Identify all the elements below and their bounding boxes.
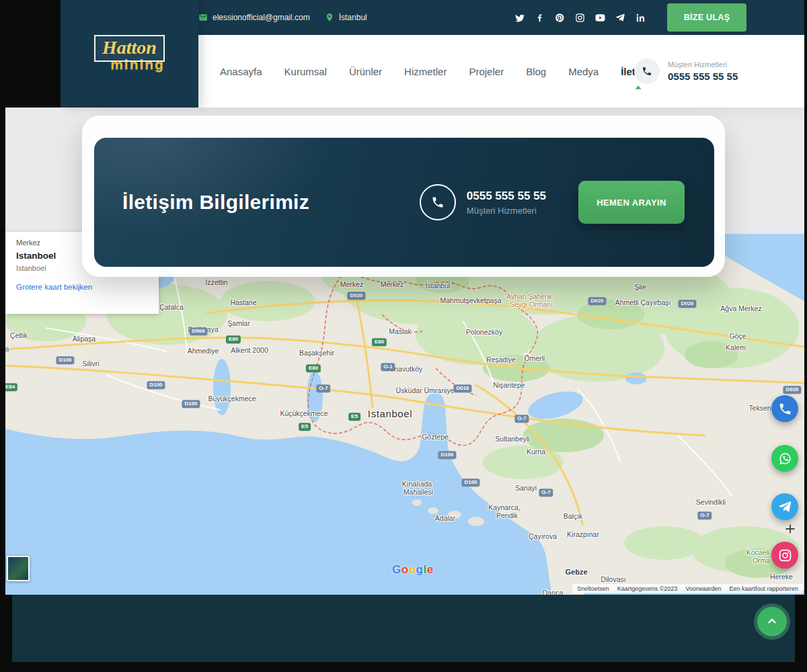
- phone-icon: [420, 184, 456, 220]
- road-badge: E80: [226, 335, 241, 343]
- view-larger-map-link[interactable]: Grotere kaart bekijken: [16, 283, 92, 291]
- linkedin-icon[interactable]: [636, 13, 646, 23]
- location-text: İstanbul: [339, 13, 367, 22]
- road-badge: O-7: [514, 415, 529, 423]
- map-attribution: SneltoetsenKaartgegevens ©2023Voorwaarde…: [572, 584, 803, 593]
- logo-mark: Hatton mining: [94, 35, 165, 73]
- customer-service-phone[interactable]: Müşteri Hizmetleri 0555 555 55 55: [634, 35, 738, 108]
- main-nav: AnasayfaKurumsalÜrünlerHizmetlerProjeler…: [198, 35, 804, 108]
- logo[interactable]: Hatton mining: [61, 0, 198, 108]
- road-badge: D016: [453, 384, 471, 392]
- map-attribution-link[interactable]: Voorwaarden: [685, 585, 721, 592]
- hero-title: İletişim Bilgilerimiz: [122, 191, 309, 214]
- phone-label: Müşteri Hizmetleri: [668, 60, 738, 69]
- road-badge: D569: [189, 327, 207, 335]
- telegram-icon[interactable]: [615, 13, 625, 23]
- topbar-contacts: elessionofficial@gmail.com İstanbul: [198, 13, 367, 22]
- nav-item-medya[interactable]: Medya: [568, 66, 599, 77]
- email-text: elessionofficial@gmail.com: [213, 13, 310, 22]
- call-now-button[interactable]: HEMEN ARAYIN: [578, 181, 685, 224]
- footer: [12, 595, 795, 662]
- satellite-toggle[interactable]: [7, 556, 30, 581]
- road-badge: E84: [5, 383, 17, 391]
- phone-number: 0555 555 55 55: [668, 71, 738, 82]
- page: elessionofficial@gmail.com İstanbul BİZE…: [0, 0, 807, 672]
- road-badge: D020: [678, 300, 696, 308]
- map-attribution-link[interactable]: Sneltoetsen: [577, 585, 609, 592]
- road-badge: O-7: [316, 384, 330, 392]
- whatsapp-float-button[interactable]: [771, 445, 798, 472]
- facebook-icon[interactable]: [535, 13, 545, 23]
- hero-banner: İletişim Bilgilerimiz 0555 555 55 55 Müş…: [94, 138, 714, 267]
- road-badge: D100: [438, 451, 456, 459]
- email-contact[interactable]: elessionofficial@gmail.com: [198, 13, 310, 22]
- phone-float-button[interactable]: [771, 395, 798, 422]
- pinterest-icon[interactable]: [555, 13, 565, 23]
- nav-item-anasayfa[interactable]: Anasayfa: [220, 66, 262, 77]
- telegram-float-button[interactable]: [771, 493, 798, 520]
- road-badge: D100: [56, 356, 74, 364]
- mail-icon: [198, 13, 208, 22]
- nav-item-kurumsal[interactable]: Kurumsal: [284, 66, 327, 77]
- road-badge: E80: [306, 364, 321, 372]
- social-icons: [514, 13, 646, 23]
- hero-contact-group: 0555 555 55 55 Müşteri Hizmetleri HEMEN …: [420, 181, 685, 224]
- road-badge: E5: [299, 423, 311, 431]
- road-badge: E80: [372, 338, 387, 346]
- nav-item-ürünler[interactable]: Ürünler: [349, 66, 382, 77]
- road-badge: O-7: [697, 511, 712, 519]
- phone-icon: [634, 58, 660, 84]
- road-badge: E5: [348, 413, 360, 421]
- instagram-icon[interactable]: [575, 13, 585, 23]
- map-attribution-link[interactable]: Kaartgegevens ©2023: [617, 585, 678, 592]
- map-attribution-link[interactable]: Een kaartfout rapporteren: [729, 585, 798, 592]
- hero-phone-number: 0555 555 55 55: [467, 190, 546, 203]
- logo-text-bottom: mining: [94, 56, 165, 73]
- nav-item-blog[interactable]: Blog: [526, 66, 546, 77]
- nav-item-hizmetler[interactable]: Hizmetler: [404, 66, 447, 77]
- contact-cta-button[interactable]: BİZE ULAŞ: [667, 3, 746, 32]
- google-logo[interactable]: Google: [392, 563, 434, 577]
- nav-menu: AnasayfaKurumsalÜrünlerHizmetlerProjeler…: [220, 35, 656, 108]
- road-badge: D100: [147, 381, 165, 389]
- location-pin-icon: [325, 13, 334, 22]
- instagram-float-button[interactable]: [771, 542, 798, 569]
- road-badge: D020: [347, 292, 365, 300]
- youtube-icon[interactable]: [595, 13, 605, 23]
- zoom-in-icon[interactable]: [783, 521, 798, 536]
- road-badge: O-7: [539, 489, 553, 497]
- scroll-top-button[interactable]: [757, 607, 787, 636]
- road-badge: D100: [182, 400, 200, 408]
- chevron-up-icon: [766, 615, 778, 629]
- location-contact[interactable]: İstanbul: [325, 13, 367, 22]
- hero-phone-label: Müşteri Hizmetleri: [467, 206, 546, 216]
- road-badge: D020: [783, 386, 801, 394]
- nav-item-projeler[interactable]: Projeler: [469, 66, 504, 77]
- road-badge: D100: [461, 478, 479, 487]
- road-badge: O-1: [381, 363, 395, 371]
- road-badge: D020: [588, 297, 606, 305]
- twitter-icon[interactable]: [514, 13, 525, 23]
